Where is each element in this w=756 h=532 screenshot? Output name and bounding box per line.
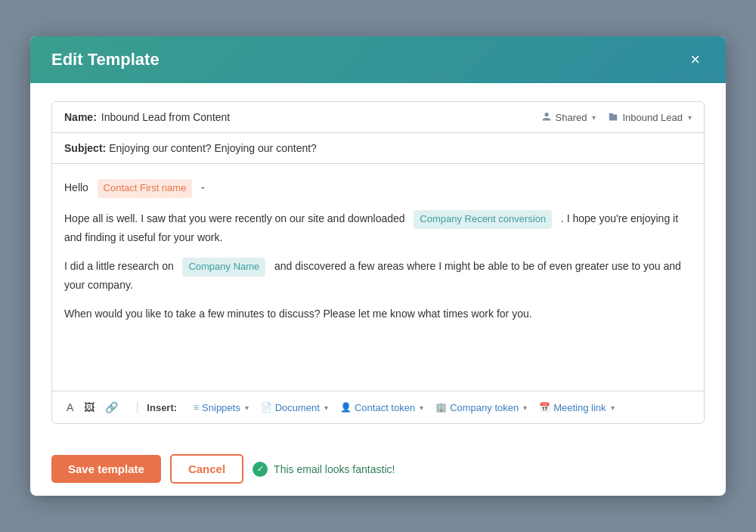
greeting-text: Hello xyxy=(64,181,88,193)
folder-icon xyxy=(608,112,618,122)
insert-label: Insert: xyxy=(147,402,177,413)
greeting-para: Hello Contact First name - xyxy=(64,179,692,198)
shared-icon xyxy=(541,112,552,122)
modal-title: Edit Template xyxy=(51,50,160,70)
format-icons: A 🖼 🔗 xyxy=(64,399,120,416)
contact-token-icon: 👤 xyxy=(340,402,352,413)
para2-pre: I did a little research on xyxy=(64,260,174,272)
folder-label: Inbound Lead xyxy=(622,112,683,123)
subject-row[interactable]: Subject: Enjoying our content? Enjoying … xyxy=(52,133,704,164)
toolbar: A 🖼 🔗 Insert: ≡ Snippets ▾ 📄 Document xyxy=(52,391,704,423)
meeting-link-label: Meeting link xyxy=(553,402,606,413)
document-label: Document xyxy=(275,402,320,413)
shared-label: Shared xyxy=(556,112,587,123)
meeting-link-button[interactable]: 📅 Meeting link ▾ xyxy=(534,400,618,416)
greeting-dash: - xyxy=(201,181,205,193)
close-button[interactable]: × xyxy=(686,50,705,70)
company-token-chevron: ▾ xyxy=(523,404,527,412)
name-row: Name: Inbound Lead from Content Shared ▾… xyxy=(52,102,704,133)
modal-footer: Save template Cancel ✓ This email looks … xyxy=(30,442,726,496)
document-icon: 📄 xyxy=(261,402,272,413)
success-check-icon: ✓ xyxy=(253,462,268,477)
email-body[interactable]: Hello Contact First name - Hope all is w… xyxy=(52,164,704,391)
folder-dropdown[interactable]: Inbound Lead ▾ xyxy=(608,112,692,123)
cancel-button[interactable]: Cancel xyxy=(170,454,243,484)
company-name-token[interactable]: Company Name xyxy=(182,258,265,277)
subject-text: Enjoying our content? xyxy=(214,142,316,154)
folder-chevron: ▾ xyxy=(688,113,692,122)
link-icon[interactable]: 🔗 xyxy=(103,399,120,416)
modal-header: Edit Template × xyxy=(30,36,726,83)
snippets-button[interactable]: ≡ Snippets ▾ xyxy=(189,400,253,416)
name-label: Name: xyxy=(64,111,97,123)
company-token-icon: 🏢 xyxy=(435,402,447,413)
para3: When would you like to take a few minute… xyxy=(64,305,692,322)
template-editor: Name: Inbound Lead from Content Shared ▾… xyxy=(51,101,705,424)
image-icon[interactable]: 🖼 xyxy=(82,399,97,416)
name-value[interactable]: Inbound Lead from Content xyxy=(101,111,541,123)
snippets-label: Snippets xyxy=(202,402,240,413)
document-button[interactable]: 📄 Document ▾ xyxy=(256,400,333,416)
shared-dropdown[interactable]: Shared ▾ xyxy=(541,112,596,123)
para2: I did a little research on Company Name … xyxy=(64,258,692,293)
contact-token-button[interactable]: 👤 Contact token ▾ xyxy=(336,400,428,416)
toolbar-divider xyxy=(137,401,138,413)
company-token-label: Company token xyxy=(450,402,519,413)
company-token-button[interactable]: 🏢 Company token ▾ xyxy=(431,400,531,416)
success-text: This email looks fantastic! xyxy=(274,463,395,475)
contact-token-chevron: ▾ xyxy=(420,404,423,412)
modal-body: Name: Inbound Lead from Content Shared ▾… xyxy=(30,83,726,442)
subject-label: Subject: xyxy=(64,142,106,154)
document-chevron: ▾ xyxy=(324,404,328,412)
insert-items: ≡ Snippets ▾ 📄 Document ▾ 👤 Contact toke… xyxy=(189,400,619,416)
meeting-link-icon: 📅 xyxy=(539,402,550,413)
success-message: ✓ This email looks fantastic! xyxy=(253,462,395,477)
snippets-icon: ≡ xyxy=(194,402,199,413)
snippets-chevron: ▾ xyxy=(245,404,249,412)
para1-pre: Hope all is well. I saw that you were re… xyxy=(64,212,405,224)
company-recent-token[interactable]: Company Recent conversion xyxy=(414,210,552,229)
para3-text: When would you like to take a few minute… xyxy=(64,308,532,320)
shared-chevron: ▾ xyxy=(592,113,596,122)
subject-value: Enjoying our content? xyxy=(109,142,211,154)
para1: Hope all is well. I saw that you were re… xyxy=(64,210,692,246)
text-format-icon[interactable]: A xyxy=(64,399,76,416)
save-template-button[interactable]: Save template xyxy=(51,455,161,483)
edit-template-modal: Edit Template × Name: Inbound Lead from … xyxy=(30,36,726,496)
meeting-link-chevron: ▾ xyxy=(611,404,615,412)
name-meta: Shared ▾ Inbound Lead ▾ xyxy=(541,112,692,123)
contact-token-label: Contact token xyxy=(355,402,415,413)
contact-firstname-token[interactable]: Contact First name xyxy=(98,179,193,198)
